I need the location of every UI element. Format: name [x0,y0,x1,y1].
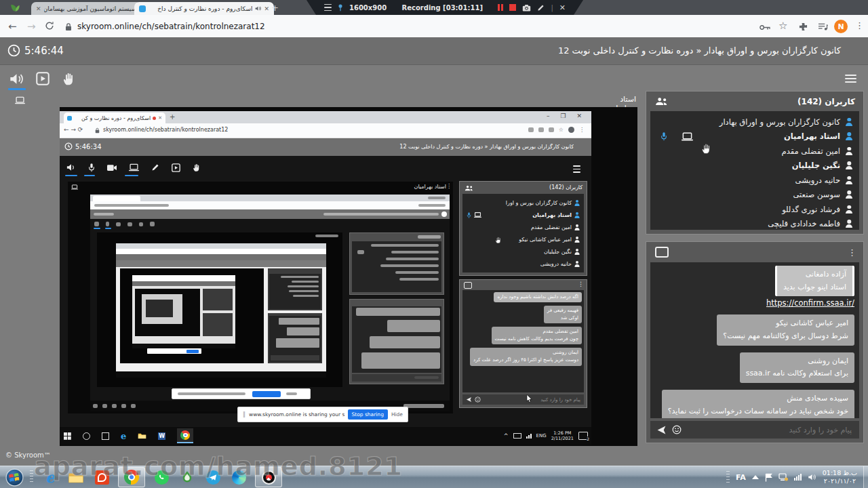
chat-message-selected[interactable]: آزاده دامغانی استاد اینو جواب بدید [775,266,854,296]
tray-expand-icon[interactable] [752,475,759,479]
send-icon[interactable] [656,425,667,435]
tray-time: ب.ظ 01:18 [823,469,857,477]
shared-screen-view: اسکای‌روم - دوره نظارت و کن ✕ + – ❐ ✕ ← … [60,107,637,446]
nested-users-panel: کاربران (142) کانون کارگزاران بورس و اور… [459,181,587,276]
nested-arrow-cursor [526,394,532,403]
user-list-item[interactable]: نگین جلیلیان [656,159,853,174]
skyroom-copyright: © Skyroom™ [5,451,51,459]
user-list-item[interactable]: حانیه درویشی [656,173,853,188]
main-menu-icon[interactable] [845,75,856,83]
user-name: فرشاد نوری گدللو [782,205,840,214]
volume-icon[interactable] [808,473,816,481]
speaker-active-indicator [8,88,26,90]
tab-audio-icon[interactable] [255,5,261,12]
forward-icon[interactable]: → [27,20,36,33]
bookmark-star-icon[interactable]: ☆ [778,20,787,32]
url-text[interactable]: skyroom.online/ch/sebatrain/kontrolnezar… [77,22,265,31]
new-tab-button[interactable]: + [271,3,279,13]
speaker-button[interactable] [9,72,24,86]
language-indicator[interactable]: FA [736,473,746,482]
tab-close-icon[interactable]: ✕ [36,5,41,12]
browser-menu-icon[interactable]: ⋮ [855,21,864,30]
desktop-plant-icon [10,2,20,13]
chat-input[interactable] [687,425,853,435]
tab-close-icon[interactable]: ✕ [264,5,269,12]
user-name: سوسن صنعتی [793,190,840,199]
browser-address-bar: ← → skyroom.online/ch/sebatrain/kontroln… [0,15,868,39]
chat-icon [655,247,669,258]
start-button[interactable] [3,469,26,485]
l2-urlbar [90,201,450,209]
stop-sharing-button[interactable]: Stop sharing [348,409,388,420]
chat-message[interactable]: ایمان روشنی برای استعلام وکالت نامه ssaa… [740,352,854,383]
users-panel-header: کاربران (142) [646,92,863,111]
taskbar-grip[interactable] [30,470,33,484]
l2-tab [93,196,140,201]
nested-speaker-active [65,175,77,176]
playlist-icon[interactable] [818,22,828,31]
nested-battery-icon [513,433,521,439]
user-list-item[interactable]: کانون کارگزاران بورس و اوراق بهادار [656,115,853,129]
recorder-close-icon[interactable]: ✕ [559,3,566,12]
nested-chat-message: اگه درصد دانش نداشته باشیم وجود نداره [494,292,582,302]
browser-tab-behsaman[interactable]: ✕ سیستم اتوماسیون آموزشی بهسامان [31,2,141,15]
user-list-item-presenter[interactable]: استاد بهرامیان [656,129,853,144]
chat-menu-icon[interactable]: ⋮ [848,248,856,257]
show-desktop-button[interactable] [863,466,868,488]
nested-word-icon: W [158,432,165,440]
key-icon[interactable] [760,24,770,30]
nested-recording-dot [153,117,156,120]
raise-hand-button[interactable] [62,71,77,86]
chat-message[interactable]: سپیده سجادی منش خود شخص نباید در سامانه … [662,390,854,418]
chat-message-group: آزاده دامغانی استاد اینو جواب بدید https… [766,266,854,308]
user-list-item[interactable]: فاطمه خدادادی قلیچی [656,217,853,232]
recorder-pin-icon[interactable] [338,3,343,12]
recorder-draw-icon[interactable] [537,4,545,12]
chat-message[interactable]: امیر عباس کاشانی نیکو شرط دوسال برای وکا… [717,314,854,345]
nested-mic-active [84,175,95,176]
nested-send-icon [466,396,472,403]
action-center-flag-icon[interactable] [765,473,772,482]
nested-close-icon: ✕ [576,113,582,119]
nested-new-tab-icon: + [170,113,175,121]
chat-link[interactable]: https://confirm.ssaa.ir/ [766,298,854,308]
media-player-button[interactable] [36,72,50,85]
browser-tab-skyroom[interactable]: اسکای‌روم - دوره نظارت و کنترل داخ ✕ [134,2,274,15]
nested-chat-menu-icon: ⋮ [578,281,584,287]
back-icon[interactable]: ← [8,20,17,33]
nested-chat-messages: اگه درصد دانش نداشته باشیم وجود نداره فه… [462,290,584,392]
signal-icon[interactable] [794,474,802,481]
nested-shared-screen-view: استاد بهرامیان ⋮ [68,182,453,413]
hide-notice-button[interactable]: Hide [391,411,403,418]
network-status-icon[interactable] [778,473,788,481]
watermark: aparat.com/hamed.8121 [34,451,403,481]
nested-hand-cursor [495,236,502,244]
users-panel: کاربران (142) کانون کارگزاران بورس و اور… [646,91,864,235]
nested-tab: اسکای‌روم - دوره نظارت و کن ✕ [64,113,165,123]
chat-sender: آزاده دامغانی [783,268,846,281]
user-list-item[interactable]: امین تفضلی مقدم [656,144,853,159]
nested-tab-title: اسکای‌روم - دوره نظارت و کن [74,115,151,121]
recorder-stop-icon[interactable] [509,4,516,11]
recorder-screenshot-icon[interactable] [522,4,531,12]
recorder-menu-icon[interactable] [324,4,332,12]
nested-url-bar: ← → ⟳ skyroom.online/ch/sebatrain/kontro… [60,123,591,138]
extensions-icon[interactable] [799,22,808,31]
nested-start-icon [64,432,71,440]
nested-chat-panel: ⋮ اگه درصد دانش نداشته باشیم وجود نداره … [459,279,587,408]
profile-avatar[interactable]: N [834,20,848,33]
reload-icon[interactable] [45,21,54,30]
emoji-icon[interactable] [672,425,682,434]
recorder-pause-icon[interactable] [498,4,503,11]
shared-desktop-level2 [90,195,450,411]
lock-icon[interactable] [65,22,72,31]
tray-clock[interactable]: ب.ظ 01:18 ۲۰۲۱/۱۱/۰۲ [823,469,857,486]
user-avatar-icon [845,205,853,214]
user-list-item[interactable]: سوسن صنعتی [656,188,853,203]
user-list-item[interactable]: فرشاد نوری گدللو [656,202,853,217]
shared-desktop-level3 [116,243,326,378]
users-list: کانون کارگزاران بورس و اوراق بهادار استا… [650,111,859,230]
nested-nav-icons: ← → ⟳ [64,126,83,133]
user-name: امین تفضلی مقدم [782,146,840,156]
nested-menu-icon [573,165,580,173]
